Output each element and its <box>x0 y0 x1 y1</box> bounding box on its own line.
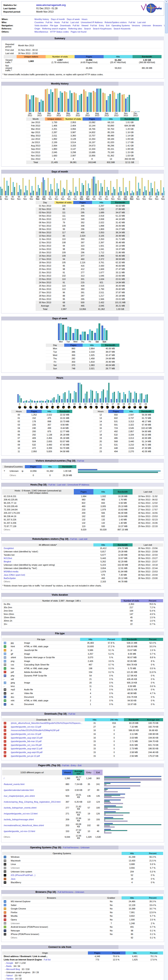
nav-link-search-keywords[interactable]: Search Keywords <box>114 27 130 30</box>
download-link[interactable]: /gazette/gazette_aug-sept-10.pdf <box>11 737 42 739</box>
robot-link[interactable]: MJ12bot <box>4 557 12 559</box>
section-link-unknown[interactable]: Unknown <box>81 846 89 849</box>
month-cell: 12,334 <box>82 147 101 151</box>
scroll-up-button[interactable]: ▲ <box>165 0 168 3</box>
referrer-link[interactable]: Yahoo! <box>6 974 13 977</box>
download-link[interactable]: /gazette/gazette_jun-jul-12.pdf <box>11 755 40 757</box>
page-url-link[interactable]: /featured_events.html <box>4 783 24 785</box>
referrer-link[interactable]: Baidu <box>6 965 12 967</box>
section-link-unknown[interactable]: Unknown <box>75 891 84 893</box>
section-link-full-list[interactable]: Full list <box>77 460 84 462</box>
nav-link-full-list[interactable]: Full list <box>90 24 97 27</box>
nav-link-last-visit[interactable]: Last visit <box>137 21 146 24</box>
nav-link-unknown[interactable]: Unknown <box>142 24 151 27</box>
nav-link-versions[interactable]: Versions <box>132 24 140 27</box>
page-url-link[interactable]: /gazette/calendar/calendar.html <box>4 789 34 791</box>
page-url-link[interactable]: /our_chapter/join/join_amc.shtml <box>4 795 35 797</box>
download-link[interactable]: /gazette/gazette_oct_nov-09.pdf <box>11 744 41 746</box>
nav-link-browsers[interactable]: Browsers <box>153 24 162 27</box>
referrer-link[interactable]: Microsoft Bing <box>6 968 20 970</box>
robot-link[interactable]: Java (Often spam bot) <box>4 574 25 576</box>
section-link-full-list[interactable]: Full list <box>70 538 77 540</box>
page-url-link[interactable]: /recreational/local_hikes/local_hikes.sh… <box>4 824 44 827</box>
nav-link-file-type[interactable]: File type <box>50 24 58 27</box>
nav-link-miscellaneous[interactable]: Miscellaneous <box>35 30 48 33</box>
download-link[interactable]: /photo_albums/local_hikes/birchwold09/gu… <box>11 722 82 724</box>
robot-link[interactable]: BaiDuSpider <box>4 577 16 579</box>
nav-link-operating-systems[interactable]: Operating Systems <box>111 24 130 27</box>
section-link-last-visit[interactable]: Last visit <box>79 538 87 540</box>
page-url-link[interactable]: / <box>4 777 4 780</box>
section-link-unresolved-ip-address[interactable]: Unresolved IP Address <box>67 484 89 486</box>
nav-link-visits-duration[interactable]: Visits duration <box>35 24 48 27</box>
section-link-full-list-versions[interactable]: Full list/Versions <box>58 891 73 893</box>
nav-link-countries[interactable]: Countries <box>35 21 44 24</box>
dow-cell: 49.04 MB <box>101 364 119 367</box>
nav-link-search[interactable]: Search <box>84 27 91 30</box>
nav-link-exit[interactable]: Exit <box>106 24 109 27</box>
nav-link-robots-spiders-visitors[interactable]: Robots/Spiders visitors <box>105 21 127 24</box>
clock-icon <box>106 406 109 409</box>
filetype-hits-percent: 0 % <box>101 674 122 678</box>
section-link-full-list[interactable]: Full list <box>68 713 75 715</box>
download-link[interactable]: /gazette/gazette_oct-nov-13.pdf <box>11 725 41 728</box>
download-link[interactable]: /gazette/gazette_aug-sept-09.pdf <box>11 751 42 753</box>
section-link-full-list[interactable]: Full list <box>62 764 69 767</box>
vertical-scrollbar[interactable]: ▲ ▼ <box>165 0 168 980</box>
robot-link[interactable]: MSNBot-media <box>4 570 18 573</box>
nav-link-hours[interactable]: Hours <box>82 18 87 21</box>
robot-link[interactable]: Googlebot <box>4 547 14 549</box>
nav-link-full-list[interactable]: Full list <box>128 21 135 24</box>
scrollbar-thumb[interactable] <box>165 3 168 33</box>
browsers-table: BrowsersGrabberHitsPercentMMS Internet E… <box>2 896 163 939</box>
nav-link-days-of-month[interactable]: Days of month <box>51 18 65 21</box>
section-link-last-visit[interactable]: Last visit <box>57 484 66 486</box>
section-link-entry[interactable]: Entry <box>71 764 76 767</box>
dow-cell: 2,021 <box>82 367 101 370</box>
referrer-counts: 637 / 1,232 <box>13 962 25 964</box>
nav-link-days-of-week[interactable]: Days of week <box>67 18 80 21</box>
nav-link-entry[interactable]: Entry <box>99 24 104 27</box>
os-link[interactable]: Java <box>11 878 15 880</box>
referrer-counts: 32 / 218 <box>20 968 29 970</box>
nav-link-last-visit[interactable]: Last visit <box>70 21 79 24</box>
referrer-link[interactable]: Google <box>6 962 13 964</box>
page-url-link[interactable]: /m/gazette/gazette_oct-nov-13.html <box>4 813 37 815</box>
nav-link-unresolved-ip-address[interactable]: Unresolved IP Address <box>81 21 103 24</box>
section-link-full-list[interactable]: Full list <box>48 484 55 486</box>
nav-link-full-list[interactable]: Full list <box>73 24 79 27</box>
nav-link-referring-search-engines[interactable]: Referring search engines <box>42 27 66 30</box>
page-url-link[interactable]: /gazette/gazette_oct-nov-13.html <box>4 830 35 832</box>
page-url-link[interactable]: /notices/spring_fling_13/spring_fling_re… <box>4 801 60 803</box>
nav-link-full-list[interactable]: Full list <box>62 21 68 24</box>
nav-link-downloads[interactable]: Downloads <box>60 24 70 27</box>
nav-link-viewed[interactable]: Viewed <box>81 24 88 27</box>
referrer-link[interactable]: Yandex <box>6 977 14 980</box>
page-url-link[interactable]: /activity_listings/narr_events.shtml <box>4 807 36 809</box>
section-link-full-list-versions[interactable]: Full list/Versions <box>63 846 79 849</box>
site-link[interactable]: www.amcnarragansett.org <box>36 3 66 7</box>
download-link[interactable]: /gazette/gazette_aug-sept-11.pdf <box>11 747 42 750</box>
image-file-icon: G <box>4 652 6 655</box>
download-link[interactable]: /gazette/gazette_feb-mar-10.pdf <box>11 740 41 743</box>
section-link-exit[interactable]: Exit <box>78 764 81 767</box>
nav-link-origin[interactable]: Origin <box>35 27 40 30</box>
page-url-link[interactable]: /activity_listings/message.shtml <box>4 818 34 821</box>
nav-link-full-list[interactable]: Full list <box>46 21 52 24</box>
nav-link-referring-sites[interactable]: Referring sites <box>68 27 82 30</box>
nav-link-http-status-codes[interactable]: HTTP Status codes <box>50 30 69 33</box>
nav-link-search-keyphrases[interactable]: Search Keyphrases <box>93 27 112 30</box>
robot-link[interactable]: Bingbot <box>4 560 11 563</box>
nav-link-hosts[interactable]: Hosts <box>54 21 60 24</box>
origin-full-list-link[interactable]: Full list <box>44 958 51 961</box>
os-link[interactable]: iOS (iPhone/iPod/iPad/...) <box>11 874 35 876</box>
chart-bars <box>10 177 15 196</box>
download-link[interactable]: /resources/hike/2010%20Shuttle%20Map%20F… <box>11 729 59 732</box>
nav-link-monthly-history[interactable]: Monthly history <box>35 18 49 21</box>
month-cell: 13,082 <box>82 121 101 124</box>
download-link[interactable]: /gazette/gazette_oct-nov-10.pdf <box>11 733 41 735</box>
duration-range: 30mn-1h <box>2 619 121 622</box>
chart-bar-k <box>100 89 101 112</box>
chart-bar-h <box>125 187 127 196</box>
nav-link-pages-not-found[interactable]: Pages not found <box>71 30 86 33</box>
